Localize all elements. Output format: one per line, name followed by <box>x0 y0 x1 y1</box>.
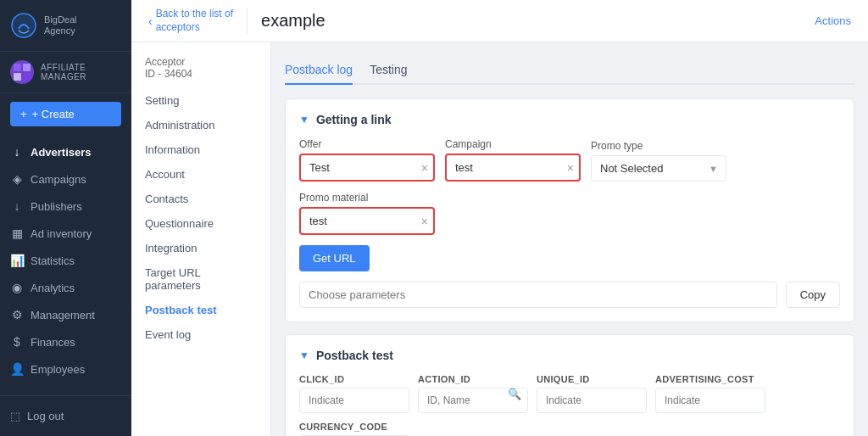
promo-type-group: Promo type Not Selected ▼ <box>591 140 726 182</box>
sidebar-item-finances[interactable]: $ Finances <box>0 328 131 355</box>
promo-material-input[interactable] <box>299 207 435 235</box>
promo-material-group: Promo material × <box>299 192 435 235</box>
sidebar-item-management[interactable]: ⚙ Management <box>0 301 131 328</box>
back-arrow-icon: ‹ <box>148 14 153 28</box>
sub-nav-postback-test[interactable]: Postback test <box>131 298 270 322</box>
tabs: Postback log Testing <box>285 56 854 85</box>
advertising-cost-label: ADVERTISING_COST <box>655 374 765 384</box>
sub-nav-contacts[interactable]: Contacts <box>131 187 270 211</box>
sub-nav-information[interactable]: Information <box>131 137 270 162</box>
getting-link-params-row: Copy <box>299 282 840 308</box>
promo-type-select[interactable]: Not Selected <box>591 155 726 182</box>
main-content: ‹ Back to the list of acceptors example … <box>131 0 868 436</box>
create-button[interactable]: + + Create <box>10 102 121 126</box>
sidebar-item-ad-inventory[interactable]: ▦ Ad inventory <box>0 220 131 247</box>
action-id-label: ACTION_ID <box>418 374 528 384</box>
sub-nav-target-url[interactable]: Target URL parameters <box>131 260 270 298</box>
advertising-cost-input[interactable] <box>655 388 765 413</box>
offer-input-wrap: × <box>299 154 435 182</box>
sub-sidebar: Acceptor ID - 34604 Setting Administrati… <box>131 42 271 436</box>
get-url-button[interactable]: Get URL <box>299 245 370 271</box>
affiliate-section: AFFILIATE MANAGER <box>0 52 131 93</box>
postback-test-header: ▼ Postback test <box>299 349 840 362</box>
sidebar-item-employees[interactable]: 👤 Employees <box>0 355 131 383</box>
advertisers-icon: ↓ <box>10 145 24 159</box>
sidebar-item-publishers[interactable]: ↓ Publishers <box>0 193 131 220</box>
promo-material-input-wrap: × <box>299 207 435 235</box>
affiliate-icon <box>10 60 34 84</box>
campaign-group: Campaign × <box>445 138 581 182</box>
page-title: example <box>261 11 815 31</box>
analytics-icon: ◉ <box>10 281 24 294</box>
sidebar-nav: ↓ Advertisers ◈ Campaigns ↓ Publishers ▦… <box>0 135 131 395</box>
getting-link-params-input[interactable] <box>299 282 777 308</box>
publishers-icon: ↓ <box>10 199 24 213</box>
unique-id-field: UNIQUE_ID <box>537 374 647 413</box>
promo-type-select-wrap: Not Selected ▼ <box>591 155 726 182</box>
sidebar-item-campaigns[interactable]: ◈ Campaigns <box>0 165 131 193</box>
click-id-field: CLICK_ID <box>299 374 409 413</box>
campaign-input[interactable] <box>445 154 581 182</box>
tab-testing[interactable]: Testing <box>370 56 407 85</box>
getting-link-form-row: Offer × Campaign × <box>299 138 840 235</box>
back-button[interactable]: ‹ Back to the list of acceptors <box>148 8 248 34</box>
sidebar: BigDeal Agency AFFILIATE MANAGER + + Cre… <box>0 0 131 436</box>
logout-button[interactable]: ⬚ Log out <box>10 405 121 428</box>
sidebar-bottom: ⬚ Log out <box>0 395 131 436</box>
sidebar-item-analytics[interactable]: ◉ Analytics <box>0 274 131 301</box>
click-id-input[interactable] <box>299 388 409 413</box>
campaign-clear-icon[interactable]: × <box>567 161 574 175</box>
content-area: Postback log Testing ▼ Getting a link Of… <box>271 42 868 436</box>
sidebar-logo: BigDeal Agency <box>0 0 131 52</box>
sub-nav-account[interactable]: Account <box>131 162 270 187</box>
tab-postback-log[interactable]: Postback log <box>285 56 353 85</box>
sub-sidebar-header: Acceptor ID - 34604 <box>131 51 270 88</box>
finances-icon: $ <box>10 335 24 349</box>
offer-group: Offer × <box>299 138 435 182</box>
offer-label: Offer <box>299 138 435 150</box>
postback-test-card: ▼ Postback test CLICK_ID ACTION_ID 🔍 <box>285 334 854 436</box>
currency-code-field: CURRENCY_CODE <box>299 422 409 436</box>
campaign-label: Campaign <box>445 138 581 150</box>
ad-inventory-icon: ▦ <box>10 226 24 240</box>
sub-nav-administration[interactable]: Administration <box>131 113 270 137</box>
sub-nav-questionnaire[interactable]: Questionnaire <box>131 211 270 236</box>
sub-nav-event-log[interactable]: Event log <box>131 322 270 347</box>
action-id-search-icon: 🔍 <box>508 388 521 400</box>
unique-id-label: UNIQUE_ID <box>537 374 647 384</box>
sidebar-item-advertisers[interactable]: ↓ Advertisers <box>0 138 131 165</box>
offer-clear-icon[interactable]: × <box>421 161 428 175</box>
promo-type-label: Promo type <box>591 140 726 152</box>
logo-text: BigDeal Agency <box>44 14 77 36</box>
getting-link-card: ▼ Getting a link Offer × Campaign <box>285 98 854 322</box>
postback-collapse-icon[interactable]: ▼ <box>299 349 309 361</box>
actions-button[interactable]: Actions <box>815 14 851 27</box>
advertising-cost-field: ADVERTISING_COST <box>655 374 765 413</box>
campaign-input-wrap: × <box>445 154 581 182</box>
promo-material-clear-icon[interactable]: × <box>421 215 428 228</box>
logo-icon <box>10 12 37 39</box>
sub-nav-integration[interactable]: Integration <box>131 236 270 260</box>
getting-link-header: ▼ Getting a link <box>299 113 840 126</box>
postback-fields-row: CLICK_ID ACTION_ID 🔍 UNIQUE_ID <box>299 374 840 436</box>
sub-sidebar-nav: Setting Administration Information Accou… <box>131 88 270 347</box>
collapse-icon[interactable]: ▼ <box>299 114 309 126</box>
sub-nav-setting[interactable]: Setting <box>131 88 270 113</box>
topbar: ‹ Back to the list of acceptors example … <box>131 0 868 42</box>
action-id-field: ACTION_ID 🔍 <box>418 374 528 413</box>
offer-input[interactable] <box>299 154 435 182</box>
click-id-label: CLICK_ID <box>299 374 409 384</box>
currency-code-label: CURRENCY_CODE <box>299 422 409 432</box>
unique-id-input[interactable] <box>537 388 647 413</box>
affiliate-label: AFFILIATE MANAGER <box>41 63 121 81</box>
statistics-icon: 📊 <box>10 254 24 267</box>
sidebar-item-statistics[interactable]: 📊 Statistics <box>0 247 131 274</box>
management-icon: ⚙ <box>10 308 24 321</box>
plus-icon: + <box>20 108 27 120</box>
employees-icon: 👤 <box>10 362 24 376</box>
logout-icon: ⬚ <box>10 410 20 422</box>
campaigns-icon: ◈ <box>10 172 24 186</box>
promo-material-label: Promo material <box>299 192 435 204</box>
getting-link-copy-button[interactable]: Copy <box>786 282 840 308</box>
